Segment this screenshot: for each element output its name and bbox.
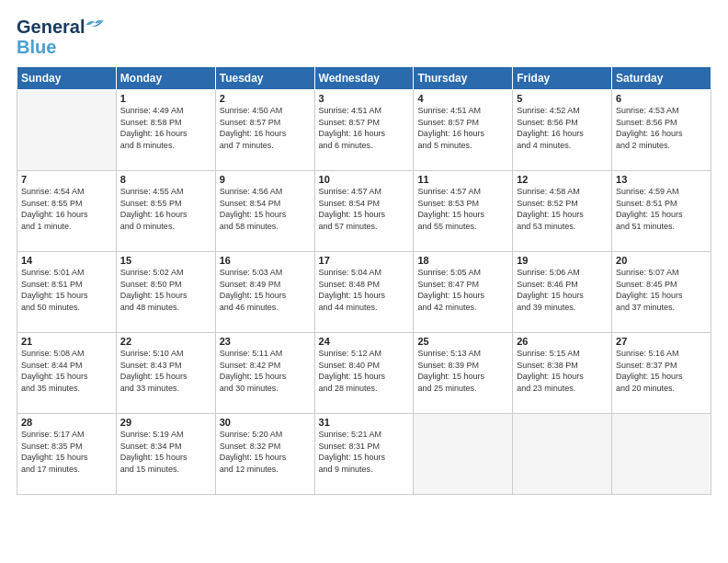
- day-number: 18: [417, 255, 508, 266]
- page: General Blue SundayMondayTuesdayWednesda…: [0, 0, 728, 563]
- col-header-wednesday: Wednesday: [314, 67, 414, 90]
- logo: General Blue: [17, 17, 105, 57]
- day-info: Sunrise: 5:04 AMSunset: 8:48 PMDaylight:…: [319, 267, 410, 313]
- day-cell: [513, 414, 612, 495]
- day-cell: 14Sunrise: 5:01 AMSunset: 8:51 PMDayligh…: [17, 252, 117, 333]
- day-cell: 5Sunrise: 4:52 AMSunset: 8:56 PMDaylight…: [513, 90, 612, 171]
- day-info: Sunrise: 5:06 AMSunset: 8:46 PMDaylight:…: [517, 267, 608, 313]
- day-info: Sunrise: 4:53 AMSunset: 8:56 PMDaylight:…: [616, 105, 707, 151]
- day-number: 7: [21, 174, 112, 185]
- day-number: 27: [616, 336, 707, 347]
- day-number: 9: [220, 174, 311, 185]
- day-number: 29: [120, 417, 211, 428]
- day-info: Sunrise: 5:16 AMSunset: 8:37 PMDaylight:…: [616, 348, 707, 394]
- day-number: 16: [220, 255, 311, 266]
- day-info: Sunrise: 4:51 AMSunset: 8:57 PMDaylight:…: [417, 105, 508, 151]
- week-row-3: 14Sunrise: 5:01 AMSunset: 8:51 PMDayligh…: [17, 252, 711, 333]
- day-info: Sunrise: 5:15 AMSunset: 8:38 PMDaylight:…: [517, 348, 608, 394]
- day-number: 31: [319, 417, 410, 428]
- day-number: 1: [120, 93, 211, 104]
- day-number: 2: [220, 93, 311, 104]
- day-cell: 1Sunrise: 4:49 AMSunset: 8:58 PMDaylight…: [116, 90, 215, 171]
- day-cell: 31Sunrise: 5:21 AMSunset: 8:31 PMDayligh…: [314, 414, 414, 495]
- day-cell: 9Sunrise: 4:56 AMSunset: 8:54 PMDaylight…: [215, 171, 314, 252]
- week-row-5: 28Sunrise: 5:17 AMSunset: 8:35 PMDayligh…: [17, 414, 711, 495]
- day-info: Sunrise: 4:59 AMSunset: 8:51 PMDaylight:…: [616, 186, 707, 232]
- day-info: Sunrise: 5:19 AMSunset: 8:34 PMDaylight:…: [120, 429, 211, 475]
- day-number: 14: [21, 255, 112, 266]
- col-header-thursday: Thursday: [414, 67, 513, 90]
- day-number: 19: [517, 255, 608, 266]
- logo-general-text: General: [17, 17, 85, 37]
- day-info: Sunrise: 5:05 AMSunset: 8:47 PMDaylight:…: [417, 267, 508, 313]
- day-info: Sunrise: 5:02 AMSunset: 8:50 PMDaylight:…: [120, 267, 211, 313]
- col-header-friday: Friday: [513, 67, 612, 90]
- day-number: 23: [220, 336, 311, 347]
- day-info: Sunrise: 5:17 AMSunset: 8:35 PMDaylight:…: [21, 429, 112, 475]
- day-info: Sunrise: 4:51 AMSunset: 8:57 PMDaylight:…: [319, 105, 410, 151]
- day-cell: 28Sunrise: 5:17 AMSunset: 8:35 PMDayligh…: [17, 414, 117, 495]
- day-info: Sunrise: 5:13 AMSunset: 8:39 PMDaylight:…: [417, 348, 508, 394]
- day-cell: 6Sunrise: 4:53 AMSunset: 8:56 PMDaylight…: [612, 90, 711, 171]
- day-number: 5: [517, 93, 608, 104]
- header: General Blue: [17, 17, 711, 57]
- day-info: Sunrise: 5:12 AMSunset: 8:40 PMDaylight:…: [319, 348, 410, 394]
- week-row-4: 21Sunrise: 5:08 AMSunset: 8:44 PMDayligh…: [17, 333, 711, 414]
- header-row: SundayMondayTuesdayWednesdayThursdayFrid…: [17, 67, 711, 90]
- day-number: 28: [21, 417, 112, 428]
- day-info: Sunrise: 5:20 AMSunset: 8:32 PMDaylight:…: [220, 429, 311, 475]
- day-info: Sunrise: 4:56 AMSunset: 8:54 PMDaylight:…: [220, 186, 311, 232]
- day-cell: 18Sunrise: 5:05 AMSunset: 8:47 PMDayligh…: [414, 252, 513, 333]
- day-cell: 29Sunrise: 5:19 AMSunset: 8:34 PMDayligh…: [116, 414, 215, 495]
- day-number: 3: [319, 93, 410, 104]
- day-number: 11: [417, 174, 508, 185]
- day-cell: 22Sunrise: 5:10 AMSunset: 8:43 PMDayligh…: [116, 333, 215, 414]
- day-cell: 11Sunrise: 4:57 AMSunset: 8:53 PMDayligh…: [414, 171, 513, 252]
- day-cell: 21Sunrise: 5:08 AMSunset: 8:44 PMDayligh…: [17, 333, 117, 414]
- day-info: Sunrise: 4:49 AMSunset: 8:58 PMDaylight:…: [120, 105, 211, 151]
- day-info: Sunrise: 4:57 AMSunset: 8:53 PMDaylight:…: [417, 186, 508, 232]
- day-number: 12: [517, 174, 608, 185]
- day-number: 25: [417, 336, 508, 347]
- day-number: 22: [120, 336, 211, 347]
- day-number: 8: [120, 174, 211, 185]
- col-header-tuesday: Tuesday: [215, 67, 314, 90]
- day-cell: 2Sunrise: 4:50 AMSunset: 8:57 PMDaylight…: [215, 90, 314, 171]
- day-info: Sunrise: 4:50 AMSunset: 8:57 PMDaylight:…: [220, 105, 311, 151]
- day-number: 20: [616, 255, 707, 266]
- logo-bird-icon: [85, 17, 105, 32]
- day-info: Sunrise: 4:54 AMSunset: 8:55 PMDaylight:…: [21, 186, 112, 232]
- day-cell: 30Sunrise: 5:20 AMSunset: 8:32 PMDayligh…: [215, 414, 314, 495]
- day-number: 26: [517, 336, 608, 347]
- day-info: Sunrise: 5:08 AMSunset: 8:44 PMDaylight:…: [21, 348, 112, 394]
- day-cell: [612, 414, 711, 495]
- col-header-sunday: Sunday: [17, 67, 117, 90]
- calendar-table: SundayMondayTuesdayWednesdayThursdayFrid…: [17, 66, 711, 495]
- day-number: 6: [616, 93, 707, 104]
- day-info: Sunrise: 5:10 AMSunset: 8:43 PMDaylight:…: [120, 348, 211, 394]
- day-info: Sunrise: 4:57 AMSunset: 8:54 PMDaylight:…: [319, 186, 410, 232]
- col-header-saturday: Saturday: [612, 67, 711, 90]
- day-number: 17: [319, 255, 410, 266]
- day-cell: 3Sunrise: 4:51 AMSunset: 8:57 PMDaylight…: [314, 90, 414, 171]
- day-cell: [414, 414, 513, 495]
- day-cell: 19Sunrise: 5:06 AMSunset: 8:46 PMDayligh…: [513, 252, 612, 333]
- col-header-monday: Monday: [116, 67, 215, 90]
- day-cell: 17Sunrise: 5:04 AMSunset: 8:48 PMDayligh…: [314, 252, 414, 333]
- day-cell: 8Sunrise: 4:55 AMSunset: 8:55 PMDaylight…: [116, 171, 215, 252]
- day-number: 24: [319, 336, 410, 347]
- week-row-2: 7Sunrise: 4:54 AMSunset: 8:55 PMDaylight…: [17, 171, 711, 252]
- day-number: 30: [220, 417, 311, 428]
- day-info: Sunrise: 5:11 AMSunset: 8:42 PMDaylight:…: [220, 348, 311, 394]
- day-info: Sunrise: 4:52 AMSunset: 8:56 PMDaylight:…: [517, 105, 608, 151]
- day-info: Sunrise: 5:07 AMSunset: 8:45 PMDaylight:…: [616, 267, 707, 313]
- day-cell: 10Sunrise: 4:57 AMSunset: 8:54 PMDayligh…: [314, 171, 414, 252]
- day-cell: 20Sunrise: 5:07 AMSunset: 8:45 PMDayligh…: [612, 252, 711, 333]
- day-number: 21: [21, 336, 112, 347]
- day-cell: 25Sunrise: 5:13 AMSunset: 8:39 PMDayligh…: [414, 333, 513, 414]
- day-cell: 26Sunrise: 5:15 AMSunset: 8:38 PMDayligh…: [513, 333, 612, 414]
- day-number: 15: [120, 255, 211, 266]
- day-cell: 15Sunrise: 5:02 AMSunset: 8:50 PMDayligh…: [116, 252, 215, 333]
- day-info: Sunrise: 5:01 AMSunset: 8:51 PMDaylight:…: [21, 267, 112, 313]
- day-cell: 16Sunrise: 5:03 AMSunset: 8:49 PMDayligh…: [215, 252, 314, 333]
